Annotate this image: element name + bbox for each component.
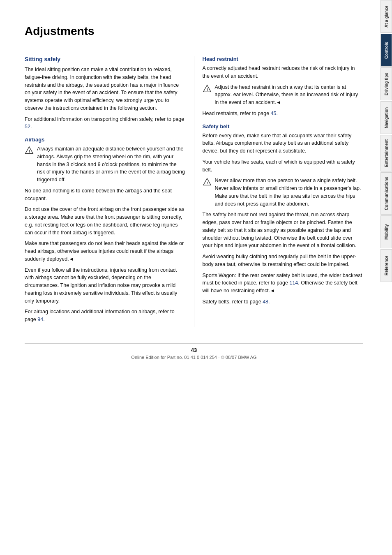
head-restraint-warning-text: Adjust the head restraint in such a way … [215,83,364,106]
airbags-para3-text: Make sure that passengers do not lean th… [25,240,184,262]
safety-belt-link-text: Safety belts, refer to page [203,299,263,305]
page-number: 43 [25,347,363,353]
safety-belt-para3: The safety belt must not rest against th… [203,211,364,250]
safety-belt-link-para: Safety belts, refer to page 48. [203,298,364,306]
page-title: Adjustments [25,25,363,38]
airbags-para4: Even if you follow all the instructions,… [25,266,186,305]
head-restraint-warning-icon: ! [203,84,212,93]
airbags-heading: Airbags [25,136,186,143]
safety-belt-end-mark: ◄ [270,288,275,294]
sidebar-tab-controls[interactable]: Controls [380,34,392,67]
footer-text: Online Edition for Part no. 01 41 0 014 … [25,355,363,360]
safety-belt-page-link[interactable]: 48 [263,299,268,305]
sitting-safely-heading: Sitting safely [25,56,186,62]
sidebar-tab-at-a-glance[interactable]: At a glance [380,0,392,33]
safety-belt-warning-block: ! Never allow more than one person to we… [203,177,364,208]
head-restraint-intro: A correctly adjusted head restraint redu… [203,65,364,80]
children-link-para: For additional information on transporti… [25,116,186,131]
head-restraint-end-mark: ◄ [276,99,281,105]
safety-belt-warning-text: Never allow more than one person to wear… [215,177,364,208]
sidebar-tab-communications[interactable]: Communications [380,172,392,215]
airbags-para3: Make sure that passengers do not lean th… [25,240,186,263]
children-page-link[interactable]: 52 [25,124,30,130]
right-column: Head restraint A correctly adjusted head… [194,56,364,327]
sidebar-tab-navigation[interactable]: Navigation [380,101,392,134]
safety-belt-heading: Safety belt [203,123,364,130]
sidebar-tab-driving-tips[interactable]: Driving tips [380,67,392,100]
two-col-layout: Sitting safely The ideal sitting positio… [25,56,363,327]
sidebar-tab-entertainment[interactable]: Entertainment [380,135,392,171]
page-wrapper: Adjustments Sitting safely The ideal sit… [0,0,392,555]
head-restraint-link-para: Head restraints, refer to page 45. [203,110,364,118]
safety-belt-para1: Before every drive, make sure that all o… [203,132,364,155]
head-restraint-warning-block: ! Adjust the head restraint in such a wa… [203,83,364,106]
svg-text:!: ! [29,149,30,153]
safety-belt-para5: Sports Wagon: if the rear center safety … [203,272,364,295]
airbags-end-mark: ◄ [69,256,74,262]
airbags-link-para: For airbag locations and additional info… [25,308,186,324]
head-restraint-heading: Head restraint [203,56,364,62]
sitting-safely-intro: The ideal sitting position can make a vi… [25,66,186,112]
sidebar-tab-mobility[interactable]: Mobility [380,215,392,248]
safety-belt-para4: Avoid wearing bulky clothing and regular… [203,253,364,268]
safety-belt-para2: Your vehicle has five seats, each of whi… [203,158,364,174]
page-title-block: Adjustments [25,25,363,52]
head-restraint-page-link[interactable]: 45 [271,111,277,116]
airbags-warning-icon: ! [25,146,34,155]
svg-text:!: ! [207,181,208,185]
svg-text:!: ! [207,87,208,91]
sidebar-tab-reference[interactable]: Reference [380,249,392,282]
airbags-link-text: For airbag locations and additional info… [25,309,175,322]
sidebar: At a glance Controls Driving tips Naviga… [380,0,392,555]
children-link-text: For additional information on transporti… [25,116,184,122]
safety-belt-page1-link[interactable]: 114 [289,280,298,286]
airbags-warning-block: ! Always maintain an adequate distance b… [25,145,186,184]
airbags-para2: Do not use the cover of the front airbag… [25,206,186,236]
safety-belt-warning-icon: ! [203,178,212,187]
main-content: Adjustments Sitting safely The ideal sit… [0,0,380,555]
page-footer: 43 Online Edition for Part no. 01 41 0 0… [25,343,363,360]
airbags-para1: No one and nothing is to come between th… [25,187,186,203]
head-restraint-link-text: Head restraints, refer to page [203,111,271,116]
left-column: Sitting safely The ideal sitting positio… [25,56,194,327]
airbags-page-link[interactable]: 94 [37,317,43,322]
airbags-warning-text: Always maintain an adequate distance bet… [37,145,186,184]
